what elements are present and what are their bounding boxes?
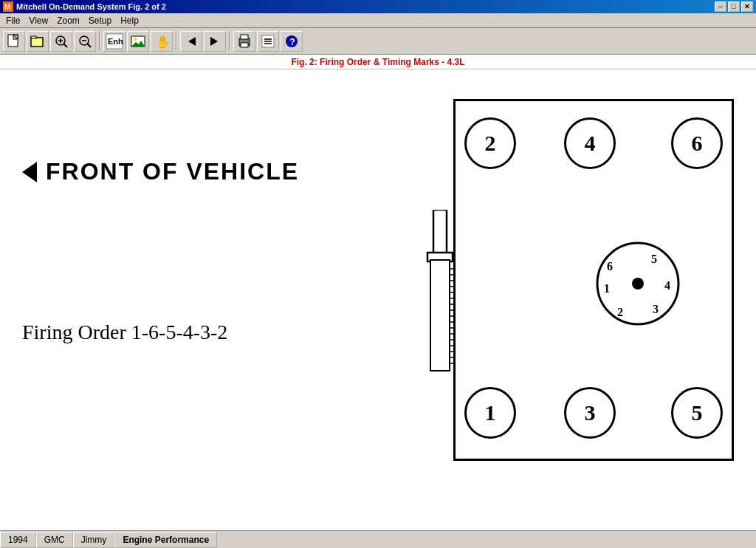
svg-rect-6 bbox=[31, 36, 36, 38]
window-controls[interactable]: ─ □ ✕ bbox=[715, 1, 753, 12]
status-bar: 1994 GMC Jimmy Engine Performance bbox=[0, 530, 756, 548]
front-of-vehicle: FRONT OF VEHICLE bbox=[22, 158, 299, 185]
menu-file[interactable]: File bbox=[1, 14, 24, 27]
toolbar-open[interactable] bbox=[27, 31, 49, 52]
cylinder-3: 3 bbox=[564, 387, 616, 439]
toolbar-enhance[interactable]: Enh bbox=[103, 31, 126, 52]
svg-text:?: ? bbox=[289, 36, 295, 47]
menu-help[interactable]: Help bbox=[116, 14, 143, 27]
svg-line-12 bbox=[88, 44, 92, 47]
distributor-cap: 6 5 4 3 2 1 bbox=[594, 239, 682, 328]
front-arrow-icon bbox=[22, 162, 37, 182]
toolbar-new[interactable] bbox=[3, 31, 25, 52]
svg-marker-20 bbox=[188, 37, 196, 46]
window-title: Mitchell On-Demand System Fig. 2 of 2 bbox=[16, 2, 715, 11]
svg-text:5: 5 bbox=[651, 253, 657, 265]
toolbar-settings[interactable] bbox=[257, 31, 279, 52]
svg-point-52 bbox=[632, 278, 644, 290]
svg-text:6: 6 bbox=[607, 260, 613, 273]
toolbar-back[interactable] bbox=[180, 31, 202, 52]
svg-point-17 bbox=[134, 38, 137, 41]
status-tab-year[interactable]: 1994 bbox=[0, 532, 36, 548]
menu-edit[interactable]: View bbox=[24, 14, 52, 27]
app-icon: M bbox=[3, 1, 13, 12]
svg-text:3: 3 bbox=[653, 303, 659, 315]
minimize-button[interactable]: ─ bbox=[715, 1, 726, 12]
firing-order-text: Firing Order 1-6-5-4-3-2 bbox=[22, 321, 227, 344]
close-button[interactable]: ✕ bbox=[741, 1, 753, 12]
svg-marker-21 bbox=[210, 37, 218, 46]
cylinder-1: 1 bbox=[464, 387, 516, 439]
svg-rect-31 bbox=[433, 210, 447, 254]
toolbar-separator-3 bbox=[229, 32, 230, 50]
cylinder-6: 6 bbox=[671, 117, 723, 169]
toolbar-separator-1 bbox=[99, 32, 100, 50]
svg-text:1: 1 bbox=[604, 282, 610, 295]
svg-text:M: M bbox=[4, 3, 10, 11]
toolbar-print[interactable] bbox=[233, 31, 255, 52]
svg-rect-24 bbox=[241, 43, 248, 47]
engine-diagram: 2 4 6 1 3 5 6 5 4 3 2 1 bbox=[416, 99, 734, 461]
toolbar-image[interactable] bbox=[127, 31, 149, 52]
toolbar: Enh ✋ bbox=[0, 28, 756, 55]
menu-setup[interactable]: Setup bbox=[84, 14, 116, 27]
figure-title: Fig. 2: Firing Order & Timing Marks - 4.… bbox=[0, 55, 756, 69]
svg-text:2: 2 bbox=[617, 306, 623, 318]
cylinder-5: 5 bbox=[671, 387, 723, 439]
cylinder-4: 4 bbox=[564, 117, 616, 169]
title-bar: M Mitchell On-Demand System Fig. 2 of 2 … bbox=[0, 0, 756, 13]
toolbar-hand[interactable]: ✋ bbox=[151, 31, 173, 52]
main-content: FRONT OF VEHICLE Firing Order 1-6-5-4-3-… bbox=[0, 69, 756, 530]
cylinder-2: 2 bbox=[464, 117, 516, 169]
svg-rect-5 bbox=[31, 38, 43, 47]
menu-bar: File View Zoom Setup Help bbox=[0, 13, 756, 28]
front-label-text: FRONT OF VEHICLE bbox=[46, 158, 299, 185]
status-tab-make[interactable]: GMC bbox=[36, 532, 73, 548]
svg-rect-33 bbox=[430, 260, 450, 371]
status-tab-category[interactable]: Engine Performance bbox=[114, 532, 217, 548]
status-tab-model[interactable]: Jimmy bbox=[73, 532, 115, 548]
svg-rect-23 bbox=[241, 35, 248, 39]
restore-button[interactable]: □ bbox=[728, 1, 740, 12]
svg-text:4: 4 bbox=[664, 279, 670, 292]
toolbar-help[interactable]: ? bbox=[281, 31, 303, 52]
svg-text:Enh: Enh bbox=[108, 37, 123, 46]
toolbar-zoom-in[interactable] bbox=[50, 31, 72, 52]
toolbar-separator-2 bbox=[176, 32, 177, 50]
figure-title-text: Fig. 2: Firing Order & Timing Marks - 4.… bbox=[291, 57, 464, 67]
svg-line-8 bbox=[64, 44, 68, 47]
toolbar-zoom-out[interactable] bbox=[74, 31, 96, 52]
menu-zoom[interactable]: Zoom bbox=[52, 14, 84, 27]
svg-text:✋: ✋ bbox=[156, 35, 169, 49]
toolbar-forward[interactable] bbox=[204, 31, 226, 52]
